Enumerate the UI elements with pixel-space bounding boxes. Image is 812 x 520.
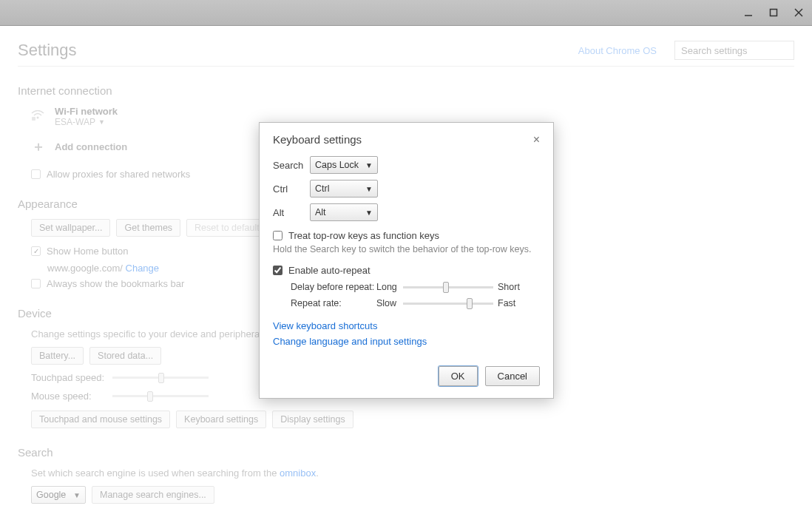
- chevron-down-icon: ▼: [98, 118, 105, 126]
- touchpad-mouse-button[interactable]: Touchpad and mouse settings: [31, 411, 170, 428]
- dialog-title: Keyboard settings: [273, 133, 362, 146]
- section-heading-search: Search: [18, 446, 794, 459]
- touchpad-speed-slider[interactable]: [112, 377, 209, 379]
- svg-rect-5: [32, 117, 35, 121]
- always-bookmarks-checkbox[interactable]: [31, 279, 41, 288]
- chevron-down-icon: ▼: [365, 185, 373, 193]
- search-key-value: Caps Lock: [315, 160, 359, 170]
- chevron-down-icon: ▼: [73, 491, 81, 499]
- cancel-button[interactable]: Cancel: [485, 366, 540, 386]
- treat-fn-label: Treat top-row keys as function keys: [288, 230, 439, 241]
- ok-button[interactable]: OK: [439, 366, 478, 386]
- allow-proxies-label: Allow proxies for shared networks: [47, 169, 190, 180]
- chevron-down-icon: ▼: [365, 209, 373, 217]
- search-key-select[interactable]: Caps Lock▼: [310, 156, 378, 174]
- search-desc-text: Set which search engine is used when sea…: [31, 467, 280, 479]
- show-home-checkbox[interactable]: [31, 246, 41, 256]
- rate-fast-label: Fast: [498, 298, 527, 308]
- ctrl-key-value: Ctrl: [315, 183, 329, 194]
- plus-icon: ＋: [31, 138, 46, 155]
- manage-search-engines-button[interactable]: Manage search engines...: [92, 486, 214, 504]
- keyboard-settings-button[interactable]: Keyboard settings: [176, 411, 266, 428]
- change-home-link[interactable]: Change: [126, 263, 160, 274]
- chevron-down-icon: ▼: [365, 161, 373, 169]
- treat-fn-checkbox[interactable]: [273, 231, 282, 240]
- omnibox-link[interactable]: omnibox: [280, 467, 316, 479]
- keyboard-settings-dialog: Keyboard settings × Search Caps Lock▼ Ct…: [259, 122, 554, 399]
- wifi-ssid: ESA-WAP: [55, 117, 95, 127]
- window-titlebar: [0, 0, 812, 26]
- ctrl-key-select[interactable]: Ctrl▼: [310, 180, 378, 197]
- close-button[interactable]: [793, 7, 805, 18]
- search-key-label: Search: [273, 160, 310, 171]
- alt-key-value: Alt: [315, 207, 326, 217]
- alt-key-select[interactable]: Alt▼: [310, 203, 378, 221]
- search-desc: Set which search engine is used when sea…: [31, 467, 794, 479]
- rate-slider[interactable]: [403, 303, 493, 305]
- add-connection-label: Add connection: [55, 141, 127, 152]
- page-title: Settings: [18, 41, 77, 60]
- always-bookmarks-label: Always show the bookmarks bar: [47, 278, 184, 289]
- delay-long-label: Long: [376, 282, 403, 292]
- mouse-speed-label: Mouse speed:: [31, 391, 105, 402]
- maximize-button[interactable]: [768, 7, 779, 18]
- treat-fn-desc: Hold the Search key to switch the behavi…: [273, 244, 540, 254]
- display-settings-button[interactable]: Display settings: [272, 411, 353, 428]
- stored-data-button[interactable]: Stored data...: [89, 347, 161, 365]
- wifi-icon: [31, 110, 46, 123]
- change-language-link[interactable]: Change language and input settings: [273, 336, 540, 347]
- svg-point-4: [37, 117, 39, 119]
- home-url-text: www.google.com/: [47, 263, 123, 274]
- section-heading-internet: Internet connection: [18, 84, 794, 97]
- minimize-button[interactable]: [742, 7, 754, 18]
- show-home-label: Show Home button: [47, 246, 129, 257]
- get-themes-button[interactable]: Get themes: [116, 219, 180, 237]
- search-engine-value: Google: [36, 490, 66, 500]
- battery-button[interactable]: Battery...: [31, 347, 84, 365]
- set-wallpaper-button[interactable]: Set wallpaper...: [31, 219, 110, 237]
- touchpad-speed-label: Touchpad speed:: [31, 372, 105, 383]
- enable-repeat-checkbox[interactable]: [273, 266, 282, 275]
- delay-short-label: Short: [498, 282, 527, 292]
- view-shortcuts-link[interactable]: View keyboard shortcuts: [273, 320, 540, 331]
- dialog-close-button[interactable]: ×: [533, 134, 540, 146]
- rate-label: Repeat rate:: [291, 298, 376, 308]
- rate-slow-label: Slow: [376, 298, 403, 308]
- wifi-name-label: Wi-Fi network: [55, 106, 118, 117]
- about-chrome-link[interactable]: About Chrome OS: [578, 45, 657, 56]
- mouse-speed-slider[interactable]: [112, 395, 209, 397]
- alt-key-label: Alt: [273, 207, 310, 218]
- ctrl-key-label: Ctrl: [273, 183, 310, 195]
- svg-rect-1: [771, 10, 777, 16]
- allow-proxies-checkbox[interactable]: [31, 169, 41, 179]
- delay-label: Delay before repeat:: [291, 282, 376, 292]
- search-engine-select[interactable]: Google▼: [31, 486, 86, 504]
- delay-slider[interactable]: [403, 286, 493, 288]
- enable-repeat-label: Enable auto-repeat: [288, 265, 371, 276]
- search-settings-input[interactable]: [674, 41, 794, 60]
